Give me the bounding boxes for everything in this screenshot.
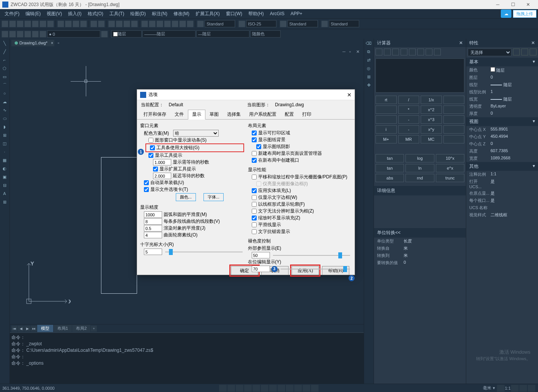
tab-opensave[interactable]: 打开和保存 bbox=[139, 110, 170, 119]
color-dropdown[interactable]: 随层 bbox=[111, 30, 142, 38]
calc-dist-icon[interactable] bbox=[409, 49, 416, 55]
calc-display[interactable] bbox=[375, 58, 464, 93]
papershadow-checkbox[interactable] bbox=[256, 144, 261, 149]
minimize-button[interactable]: ─ bbox=[490, 0, 505, 9]
wireframe-checkbox[interactable] bbox=[252, 202, 257, 207]
match-icon[interactable] bbox=[80, 20, 87, 27]
menu-format[interactable]: 格式(O) bbox=[85, 10, 106, 18]
menu-modify[interactable]: 修改(M) bbox=[170, 10, 192, 18]
mirror-icon[interactable]: ⇄ bbox=[365, 56, 372, 64]
panel-close-icon[interactable]: ✕ bbox=[531, 40, 535, 46]
menu-arcgis[interactable]: ArcGIS bbox=[267, 10, 288, 17]
calc-sci-btn[interactable]: tan bbox=[375, 164, 404, 172]
annotation-icon[interactable] bbox=[497, 385, 505, 392]
text-icon[interactable]: A bbox=[1, 190, 8, 197]
calc-sci-btn[interactable]: trunc bbox=[436, 174, 464, 182]
tab-plot[interactable]: 打印 bbox=[298, 110, 316, 119]
otrack-icon[interactable] bbox=[261, 385, 268, 392]
dimstyle-icon[interactable] bbox=[238, 20, 245, 27]
refedit-fade-slider[interactable] bbox=[281, 268, 350, 271]
tooltip-delay-input[interactable] bbox=[153, 159, 171, 165]
calc-btn[interactable]: rt bbox=[375, 96, 397, 104]
unit-to-value[interactable]: 米 bbox=[404, 253, 408, 258]
dynucs-icon[interactable] bbox=[311, 385, 319, 392]
model-icon[interactable] bbox=[294, 385, 302, 392]
linetype-dropdown[interactable]: ——— 随层 bbox=[142, 30, 196, 38]
section-other[interactable]: 其他 bbox=[469, 163, 478, 170]
exttooltips-checkbox[interactable] bbox=[153, 167, 158, 172]
menu-tools[interactable]: 工具(T) bbox=[106, 10, 127, 18]
magnifier-icon[interactable] bbox=[303, 385, 310, 392]
tab-first-icon[interactable]: ⏮ bbox=[11, 326, 17, 332]
calc-sci-btn[interactable]: tan bbox=[375, 154, 404, 162]
raster-checkbox[interactable] bbox=[252, 175, 257, 179]
xref-fade-slider[interactable] bbox=[273, 254, 350, 257]
calc-help-icon[interactable] bbox=[434, 49, 441, 55]
calc-icon[interactable] bbox=[172, 20, 178, 27]
newlayout-vport-checkbox[interactable] bbox=[252, 158, 257, 163]
prop-value[interactable]: 随层 bbox=[491, 96, 536, 102]
unit-type-value[interactable]: 长度 bbox=[404, 238, 412, 244]
selectobj-icon[interactable] bbox=[530, 49, 536, 55]
settings-icon[interactable] bbox=[528, 385, 535, 392]
prop-value[interactable] bbox=[491, 205, 536, 211]
revcloud-icon[interactable]: ☁ bbox=[1, 98, 8, 105]
props-icon[interactable] bbox=[149, 20, 156, 27]
cut-icon[interactable] bbox=[57, 20, 64, 27]
circle-icon[interactable]: ○ bbox=[1, 90, 8, 97]
mdi-min-icon[interactable]: ─ bbox=[342, 49, 348, 55]
unit-from-value[interactable]: 米 bbox=[404, 246, 408, 251]
textstyle-dropdown[interactable]: Standard bbox=[205, 20, 235, 27]
new-icon[interactable] bbox=[2, 20, 8, 27]
array-icon[interactable]: ⊞ bbox=[365, 73, 372, 80]
grid-icon[interactable]: ⊞ bbox=[1, 198, 8, 206]
cycle-icon[interactable] bbox=[286, 385, 293, 392]
calc-btn[interactable]: MC bbox=[421, 135, 442, 143]
bigbuttons-checkbox[interactable] bbox=[150, 145, 155, 150]
tablestyle-dropdown[interactable]: Standard bbox=[287, 20, 318, 27]
calc-btn[interactable] bbox=[443, 105, 465, 114]
undo-icon[interactable] bbox=[90, 20, 97, 27]
smoothline-checkbox[interactable] bbox=[252, 222, 257, 227]
mleaderstyle-dropdown[interactable]: Standard bbox=[329, 20, 359, 27]
quickselect-icon[interactable] bbox=[521, 49, 528, 55]
mdi-max-icon[interactable]: ▫ bbox=[349, 49, 355, 55]
calc-btn[interactable]: i bbox=[375, 125, 397, 134]
zoomwin-icon[interactable] bbox=[123, 20, 130, 27]
calc-btn[interactable] bbox=[443, 96, 465, 104]
collapse-icon[interactable]: ▾ bbox=[533, 59, 535, 65]
anno-scale[interactable]: 1:1 bbox=[505, 386, 511, 390]
prop-value[interactable]: 是 bbox=[491, 198, 536, 203]
calc-cross-icon[interactable] bbox=[426, 49, 432, 55]
calc-sci-btn[interactable]: 10^x bbox=[436, 154, 464, 162]
zoomprev-icon[interactable] bbox=[131, 20, 138, 27]
calc-btn[interactable]: / bbox=[398, 96, 420, 104]
ellipse-icon[interactable]: ⬭ bbox=[1, 115, 8, 122]
calc-btn[interactable] bbox=[375, 115, 397, 124]
prop-value[interactable]: 随层 bbox=[491, 82, 536, 88]
calc-history-icon[interactable] bbox=[384, 49, 391, 55]
layout1-tab[interactable]: 布局1 bbox=[54, 325, 72, 332]
add-layout-icon[interactable]: + bbox=[91, 326, 97, 332]
render-smooth-input[interactable] bbox=[144, 225, 162, 231]
exttooltip-delay-input[interactable] bbox=[153, 173, 171, 179]
grid-icon[interactable] bbox=[227, 385, 235, 392]
tooltips-checkbox[interactable] bbox=[148, 153, 153, 158]
polygon-icon[interactable]: ⬠ bbox=[1, 65, 8, 72]
copy-icon[interactable] bbox=[65, 20, 72, 27]
ellipsearc-icon[interactable]: ◗ bbox=[1, 123, 8, 131]
refedit-fade-input[interactable] bbox=[252, 266, 270, 272]
tab-draft[interactable]: 草图 bbox=[205, 110, 223, 119]
prop-value[interactable]: 1:1 bbox=[491, 172, 536, 177]
calc-paste-icon[interactable] bbox=[392, 49, 399, 55]
zoom-icon[interactable] bbox=[116, 20, 123, 27]
erase-icon[interactable]: ⌫ bbox=[365, 39, 372, 47]
osnap-icon[interactable] bbox=[252, 385, 260, 392]
lwt-icon[interactable] bbox=[269, 385, 277, 392]
calc-btn[interactable]: x^y bbox=[421, 125, 442, 134]
prop-value[interactable]: 450.4994 bbox=[491, 134, 536, 140]
calc-btn[interactable]: x^2 bbox=[421, 105, 442, 114]
point-icon[interactable]: · bbox=[1, 148, 8, 156]
lineweight-dropdown[interactable]: — 随层 bbox=[196, 30, 249, 38]
prop-value[interactable]: 1089.2668 bbox=[491, 156, 536, 161]
